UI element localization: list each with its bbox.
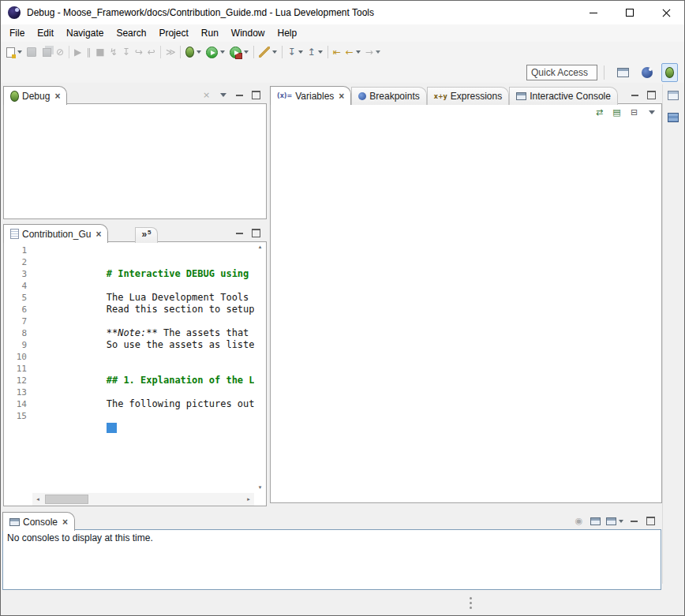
resume-icon[interactable]: ▶	[67, 43, 83, 61]
console-message: No consoles to display at this time.	[3, 530, 661, 546]
scroll-up-icon[interactable]: ▴	[259, 245, 262, 250]
app-window: Debug - Moose_Framework/docs/Contributio…	[0, 0, 685, 616]
restore-views-button[interactable]	[666, 88, 681, 102]
step-into-icon[interactable]: ↧	[121, 43, 132, 61]
dropdown-arrow-icon[interactable]	[318, 50, 323, 54]
code-area[interactable]: # Interactive DEBUG using Lua Develop Th…	[32, 242, 254, 493]
scrollbar-thumb[interactable]	[45, 495, 88, 504]
window-close-button[interactable]	[648, 1, 684, 24]
next-annotation-icon[interactable]: ↧	[280, 43, 304, 61]
sash-handle[interactable]	[468, 595, 474, 610]
menubar: FileEditNavigateSearchProjectRunWindowHe…	[1, 24, 684, 42]
window-controls	[575, 1, 684, 24]
minimized-view-button[interactable]	[666, 110, 681, 124]
view-menu-icon[interactable]	[215, 88, 230, 102]
window-maximize-button[interactable]	[612, 1, 648, 24]
tab-label: Debug	[22, 91, 50, 102]
show-logical-structure-icon[interactable]: ⇄	[592, 106, 607, 119]
maximize-view-icon[interactable]	[644, 88, 659, 102]
lua-perspective-button[interactable]	[638, 63, 657, 82]
minimize-view-icon[interactable]	[627, 88, 642, 102]
tab-close-icon[interactable]: ×	[62, 517, 68, 527]
menu-item[interactable]: Project	[152, 25, 194, 41]
variables-view-tabs: (x)= Variables × Breakpoints x+y Express…	[270, 86, 618, 104]
open-perspective-icon	[617, 68, 629, 77]
debug-perspective-button[interactable]	[661, 63, 678, 82]
editor-vertical-scrollbar[interactable]: ▴ ▾	[254, 242, 266, 493]
dropdown-arrow-icon[interactable]	[298, 50, 303, 54]
tab-variables[interactable]: (x)= Variables ×	[270, 86, 351, 105]
last-edit-location-icon[interactable]: ⇤	[326, 43, 342, 61]
dropdown-arrow-icon[interactable]	[197, 50, 201, 54]
editor-horizontal-scrollbar[interactable]: ◂ ▸	[32, 493, 254, 506]
tab-close-icon[interactable]: ×	[54, 91, 60, 101]
scroll-left-icon[interactable]: ◂	[33, 497, 43, 502]
view-menu-icon[interactable]	[644, 106, 659, 119]
window-minimize-button[interactable]	[575, 1, 612, 24]
tab-label: Expressions	[451, 91, 502, 102]
forward-icon[interactable]: →	[364, 43, 382, 61]
dropdown-arrow-icon[interactable]	[17, 50, 22, 54]
dropdown-arrow-icon[interactable]	[220, 50, 225, 54]
previous-annotation-icon[interactable]: ↥	[306, 43, 324, 61]
step-over-icon[interactable]: ↪	[133, 43, 144, 61]
menu-item[interactable]: Search	[110, 25, 152, 41]
step-return-icon[interactable]: ↩	[146, 43, 157, 61]
tab-debug[interactable]: Debug ×	[3, 86, 67, 105]
tab-breakpoints[interactable]: Breakpoints	[351, 87, 426, 105]
open-perspective-button[interactable]	[613, 63, 633, 82]
tab-label: Variables	[295, 91, 334, 102]
dropdown-arrow-icon[interactable]	[272, 50, 277, 54]
collapse-all-icon[interactable]: ⊟	[627, 106, 642, 119]
remove-all-terminated-icon[interactable]: ×	[199, 88, 214, 102]
menu-item[interactable]: Edit	[31, 25, 60, 41]
quick-access-input[interactable]	[526, 65, 597, 80]
dropdown-arrow-icon[interactable]	[619, 520, 623, 523]
editor-tab-overflow[interactable]: »5	[135, 227, 157, 243]
code-line	[38, 245, 254, 256]
tab-expressions[interactable]: x+y Expressions	[427, 87, 509, 105]
menu-item[interactable]: Navigate	[60, 25, 110, 41]
external-tools-icon[interactable]	[228, 43, 250, 61]
display-selected-console-icon[interactable]	[588, 514, 603, 528]
dropdown-arrow-icon[interactable]	[356, 50, 361, 54]
tab-interactive-console[interactable]: Interactive Console	[509, 87, 618, 105]
run-icon[interactable]	[204, 43, 226, 61]
tab-contribution-guide[interactable]: Contribution_Gu ×	[3, 224, 108, 243]
pin-console-icon[interactable]: ◉	[571, 514, 586, 528]
use-step-filters-icon[interactable]: ≫	[159, 43, 178, 61]
disconnect-icon[interactable]: ↯	[108, 43, 119, 61]
maximize-view-icon[interactable]	[643, 514, 658, 528]
console-view-toolbar: ◉	[571, 514, 661, 528]
minimize-view-icon[interactable]	[232, 226, 247, 240]
save-icon[interactable]	[25, 43, 38, 61]
debug-icon[interactable]	[178, 43, 203, 61]
scroll-right-icon[interactable]: ▸	[244, 497, 253, 502]
tab-close-icon[interactable]: ×	[339, 91, 344, 101]
open-console-icon[interactable]	[605, 514, 625, 528]
suspend-icon[interactable]: ∥	[84, 43, 92, 61]
dropdown-arrow-icon[interactable]	[376, 50, 380, 54]
maximize-icon	[626, 9, 634, 17]
skip-all-breakpoints-icon[interactable]: ⊘	[54, 43, 66, 61]
terminate-icon[interactable]: ■	[94, 43, 106, 61]
scroll-down-icon[interactable]: ▾	[259, 485, 262, 491]
close-icon	[662, 9, 671, 17]
minimize-view-icon[interactable]	[627, 514, 642, 528]
editor-tabs: Contribution_Gu ×	[3, 224, 108, 242]
back-icon[interactable]: ←	[344, 43, 362, 61]
tab-close-icon[interactable]: ×	[95, 230, 101, 239]
menu-item[interactable]: Run	[195, 25, 225, 41]
show-type-names-icon[interactable]: ▤	[609, 106, 624, 119]
dropdown-arrow-icon[interactable]	[244, 50, 249, 54]
minimize-view-icon[interactable]	[232, 88, 247, 102]
menu-item[interactable]: Window	[225, 25, 271, 41]
menu-item[interactable]: File	[3, 25, 31, 41]
maximize-view-icon[interactable]	[249, 88, 264, 102]
tab-console[interactable]: Console ×	[2, 512, 75, 531]
menu-item[interactable]: Help	[271, 25, 304, 41]
new-wizard-icon[interactable]	[5, 43, 24, 61]
maximize-view-icon[interactable]	[249, 226, 264, 240]
open-search-icon[interactable]	[252, 43, 279, 61]
save-all-icon[interactable]	[39, 43, 53, 61]
